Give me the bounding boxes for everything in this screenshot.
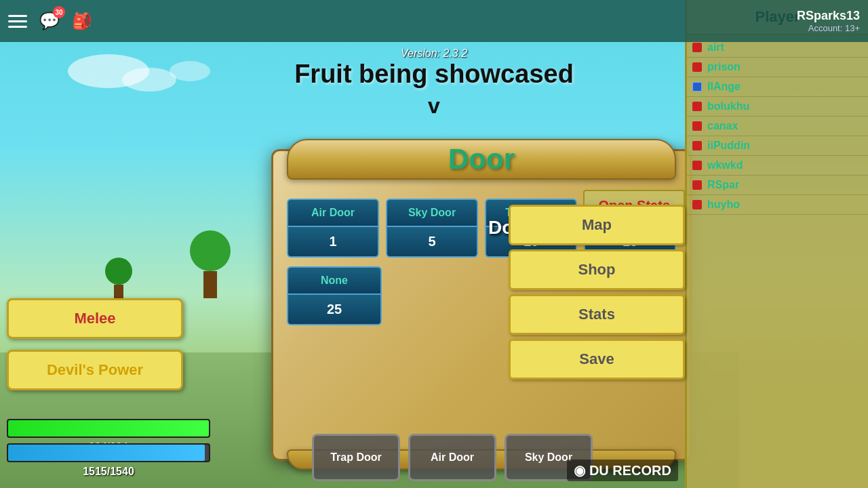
stats-button[interactable]: Stats [509,294,685,335]
watermark: ◉ DU RECORD [567,460,678,481]
right-menu: Map Shop Stats Save [509,205,685,380]
hp-bar-fill [8,420,209,436]
player-indicator [692,161,702,170]
player-indicator [692,200,702,209]
username-label: RSparks13 [797,9,860,23]
scroll-top-banner: Door [287,139,676,180]
map-button[interactable]: Map [509,205,685,245]
player-indicator [692,102,702,111]
shop-button[interactable]: Shop [509,249,685,290]
none-door-label[interactable]: None [287,266,382,295]
door-cell-sky: Sky Door 5 [386,199,478,258]
cloud [170,61,210,81]
sky-door-label[interactable]: Sky Door [386,199,478,227]
left-panel: Melee Devil's Power [7,298,183,390]
none-cell: None 25 [287,266,382,325]
mp-bar-text: 1515/1540 [7,462,210,481]
bars-panel: 984/984 1515/1540 [7,419,305,468]
player-name: bolukhu [707,100,749,113]
sky-door-value[interactable]: 5 [386,227,478,258]
player-name: canax [707,120,738,132]
tree-left [190,230,231,298]
player-row: prison [687,58,868,77]
showcase-v-text: v [428,94,440,119]
none-door-value[interactable]: 25 [287,295,382,325]
top-bar-left: 💬 30 🎒 [8,12,92,30]
devils-power-button[interactable]: Devil's Power [7,350,183,390]
door-cell-air: Air Door 1 [287,199,379,258]
version-text: Version: 2.3.2 [401,47,467,60]
player-name: wkwkd [707,159,743,171]
player-name: huyho [707,199,740,211]
player-indicator [692,43,702,52]
player-row: iiPuddin [687,136,868,156]
melee-button[interactable]: Melee [7,298,183,339]
bottom-actions: Trap Door Air Door Sky Door [312,434,593,481]
player-name: iiPuddin [707,140,750,152]
player-name: RSpar [707,179,739,191]
save-button[interactable]: Save [509,339,685,380]
account-info-label: Account: 13+ [797,23,860,33]
scroll-title: Door [448,143,515,176]
player-indicator [692,121,702,131]
mp-bar-wrapper: 1515/1540 [7,443,210,462]
tree-small [105,258,132,302]
player-indicator [692,141,702,150]
trap-door-action-button[interactable]: Trap Door [312,434,400,481]
air-door-label[interactable]: Air Door [287,199,379,227]
mp-bar-container: 1515/1540 [7,443,305,462]
chat-button[interactable]: 💬 30 [39,12,60,30]
bag-button[interactable]: 🎒 [72,12,92,30]
hp-bar-track [7,419,210,438]
showcase-text: Fruit being showcased [294,60,574,89]
top-bar-right: RSparks13 Account: 13+ [797,9,860,33]
player-row: bolukhu [687,97,868,117]
top-bar: 💬 30 🎒 RSparks13 Account: 13+ [0,0,868,42]
hamburger-menu-button[interactable] [8,15,27,28]
player-row: IIAnge [687,77,868,97]
player-row: huyho [687,195,868,215]
player-row: wkwkd [687,156,868,176]
player-indicator [692,62,702,72]
player-list: airt prison IIAnge bolukhu canax iiPuddi… [687,35,868,218]
player-name: prison [707,61,741,73]
air-door-value[interactable]: 1 [287,227,379,258]
right-sidebar: Player airt prison IIAnge bolukhu canax … [685,0,868,488]
air-door-action-button[interactable]: Air Door [408,434,496,481]
player-row: canax [687,117,868,136]
player-row: RSpar [687,176,868,195]
player-name: airt [707,41,724,54]
player-name: IIAnge [707,81,741,93]
hp-bar-wrapper: 984/984 [7,419,210,438]
player-indicator [692,180,702,190]
mp-bar-track [7,443,210,462]
player-indicator [692,82,702,92]
cloud [122,68,176,92]
chat-badge: 30 [53,6,65,18]
mp-bar-fill [8,445,205,461]
hp-bar-container: 984/984 [7,419,305,438]
